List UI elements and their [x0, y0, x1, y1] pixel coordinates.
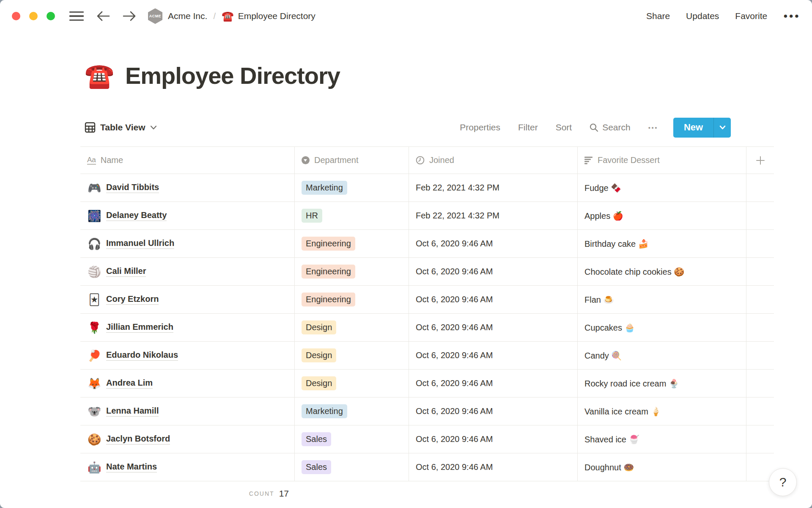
close-button[interactable]	[12, 12, 20, 20]
joined-cell[interactable]: Oct 6, 2020 9:46 AM	[409, 453, 578, 481]
column-header-name[interactable]: Aa Name	[80, 147, 295, 174]
joined-cell[interactable]: Oct 6, 2020 9:46 AM	[409, 425, 578, 453]
employee-name-link[interactable]: Lenna Hamill	[106, 406, 159, 417]
dessert-value: Cupcakes 🧁	[584, 323, 635, 333]
table-row: 🍪 Jaclyn Botsford Sales Oct 6, 2020 9:46…	[80, 425, 774, 453]
employee-table: Aa Name Department Joined Favorite Desse…	[80, 146, 774, 506]
department-cell[interactable]: Engineering	[295, 230, 409, 257]
view-more-icon[interactable]: •••	[648, 124, 658, 131]
avatar: 🍪	[88, 434, 101, 445]
dessert-cell[interactable]: Vanilla ice cream 🍦	[578, 398, 746, 425]
dessert-cell[interactable]: Shaved ice 🍧	[578, 425, 746, 453]
dessert-value: Fudge 🍫	[584, 183, 621, 193]
dessert-cell[interactable]: Chocolate chip cookies 🍪	[578, 258, 746, 285]
share-button[interactable]: Share	[646, 11, 670, 21]
search-label: Search	[602, 122, 631, 133]
table-view-selector[interactable]: Table View	[80, 120, 161, 135]
department-cell[interactable]: Engineering	[295, 286, 409, 313]
name-cell[interactable]: 🃏 Cory Etzkorn	[80, 286, 295, 313]
row-spacer	[746, 398, 774, 425]
table-body: 🎮 David Tibbits Marketing Feb 22, 2021 4…	[80, 174, 774, 481]
favorite-button[interactable]: Favorite	[735, 11, 767, 21]
joined-cell[interactable]: Oct 6, 2020 9:46 AM	[409, 370, 578, 397]
name-cell[interactable]: 🌹 Jillian Emmerich	[80, 314, 295, 341]
back-arrow-icon[interactable]	[96, 11, 110, 22]
minimize-button[interactable]	[29, 12, 38, 20]
employee-name-link[interactable]: Immanuel Ullrich	[106, 238, 174, 249]
department-cell[interactable]: Marketing	[295, 174, 409, 202]
zoom-button[interactable]	[47, 12, 55, 20]
joined-value: Oct 6, 2020 9:46 AM	[416, 323, 493, 332]
joined-cell[interactable]: Feb 22, 2021 4:32 PM	[409, 174, 578, 202]
dessert-cell[interactable]: Apples 🍎	[578, 202, 746, 229]
help-button[interactable]: ?	[769, 468, 797, 496]
new-button[interactable]: New	[673, 118, 731, 138]
employee-name-link[interactable]: Eduardo Nikolaus	[106, 350, 178, 361]
count-label[interactable]: COUNT	[249, 490, 274, 497]
column-header-department[interactable]: Department	[295, 147, 409, 174]
filter-button[interactable]: Filter	[518, 122, 538, 133]
breadcrumb-workspace[interactable]: Acme Inc.	[168, 11, 207, 21]
name-cell[interactable]: 🎮 David Tibbits	[80, 174, 295, 202]
updates-button[interactable]: Updates	[686, 11, 719, 21]
department-cell[interactable]: Design	[295, 370, 409, 397]
name-cell[interactable]: 🎆 Delaney Beatty	[80, 202, 295, 229]
forward-arrow-icon[interactable]	[123, 11, 136, 22]
department-cell[interactable]: Sales	[295, 425, 409, 453]
name-cell[interactable]: 🍪 Jaclyn Botsford	[80, 425, 295, 453]
dessert-cell[interactable]: Flan 🍮	[578, 286, 746, 313]
department-cell[interactable]: HR	[295, 202, 409, 229]
name-cell[interactable]: 🐨 Lenna Hamill	[80, 398, 295, 425]
name-cell[interactable]: 🏐 Cali Miller	[80, 258, 295, 285]
properties-button[interactable]: Properties	[460, 122, 500, 133]
employee-name-link[interactable]: Jaclyn Botsford	[106, 434, 170, 444]
more-options-icon[interactable]: ●●●	[783, 12, 800, 20]
joined-cell[interactable]: Oct 6, 2020 9:46 AM	[409, 286, 578, 313]
joined-cell[interactable]: Oct 6, 2020 9:46 AM	[409, 398, 578, 425]
topbar-actions: Share Updates Favorite ●●●	[646, 11, 800, 21]
department-cell[interactable]: Sales	[295, 453, 409, 481]
name-cell[interactable]: 🤖 Nate Martins	[80, 453, 295, 481]
joined-cell[interactable]: Oct 6, 2020 9:46 AM	[409, 258, 578, 285]
joined-cell[interactable]: Feb 22, 2021 4:32 PM	[409, 202, 578, 229]
dessert-cell[interactable]: Cupcakes 🧁	[578, 314, 746, 341]
sort-button[interactable]: Sort	[556, 122, 572, 133]
name-cell[interactable]: 🎧 Immanuel Ullrich	[80, 230, 295, 257]
page-title-emoji-icon[interactable]: ☎️	[85, 64, 114, 88]
joined-cell[interactable]: Oct 6, 2020 9:46 AM	[409, 342, 578, 369]
dessert-cell[interactable]: Rocky road ice cream 🍨	[578, 370, 746, 397]
breadcrumb-page[interactable]: Employee Directory	[238, 11, 315, 21]
column-header-dessert[interactable]: Favorite Dessert	[578, 147, 746, 174]
department-cell[interactable]: Design	[295, 314, 409, 341]
department-cell[interactable]: Design	[295, 342, 409, 369]
page-title[interactable]: Employee Directory	[125, 62, 340, 89]
table-row: 🤖 Nate Martins Sales Oct 6, 2020 9:46 AM…	[80, 453, 774, 481]
joined-cell[interactable]: Oct 6, 2020 9:46 AM	[409, 314, 578, 341]
joined-cell[interactable]: Oct 6, 2020 9:46 AM	[409, 230, 578, 257]
joined-value: Oct 6, 2020 9:46 AM	[416, 267, 493, 276]
dessert-cell[interactable]: Fudge 🍫	[578, 174, 746, 202]
add-column-button[interactable]	[746, 147, 774, 174]
employee-name-link[interactable]: Nate Martins	[106, 462, 157, 472]
dessert-cell[interactable]: Doughnut 🍩	[578, 453, 746, 481]
department-cell[interactable]: Engineering	[295, 258, 409, 285]
employee-name-link[interactable]: Cory Etzkorn	[106, 294, 159, 305]
employee-name-link[interactable]: Jillian Emmerich	[106, 322, 173, 333]
employee-name-link[interactable]: Delaney Beatty	[106, 210, 167, 221]
row-spacer	[746, 370, 774, 397]
dessert-cell[interactable]: Candy 🍭	[578, 342, 746, 369]
department-tag: Engineering	[302, 293, 355, 306]
sidebar-menu-icon[interactable]	[69, 11, 84, 21]
name-cell[interactable]: 🏓 Eduardo Nikolaus	[80, 342, 295, 369]
column-header-joined[interactable]: Joined	[409, 147, 578, 174]
employee-name-link[interactable]: David Tibbits	[106, 182, 159, 193]
department-tag: Engineering	[302, 237, 355, 251]
department-cell[interactable]: Marketing	[295, 398, 409, 425]
new-button-label[interactable]: New	[673, 118, 713, 138]
name-cell[interactable]: 🦊 Andrea Lim	[80, 370, 295, 397]
employee-name-link[interactable]: Andrea Lim	[106, 378, 153, 389]
new-dropdown-icon[interactable]	[714, 118, 731, 138]
employee-name-link[interactable]: Cali Miller	[106, 266, 146, 277]
search-button[interactable]: Search	[590, 122, 631, 133]
dessert-cell[interactable]: Birthday cake 🍰	[578, 230, 746, 257]
